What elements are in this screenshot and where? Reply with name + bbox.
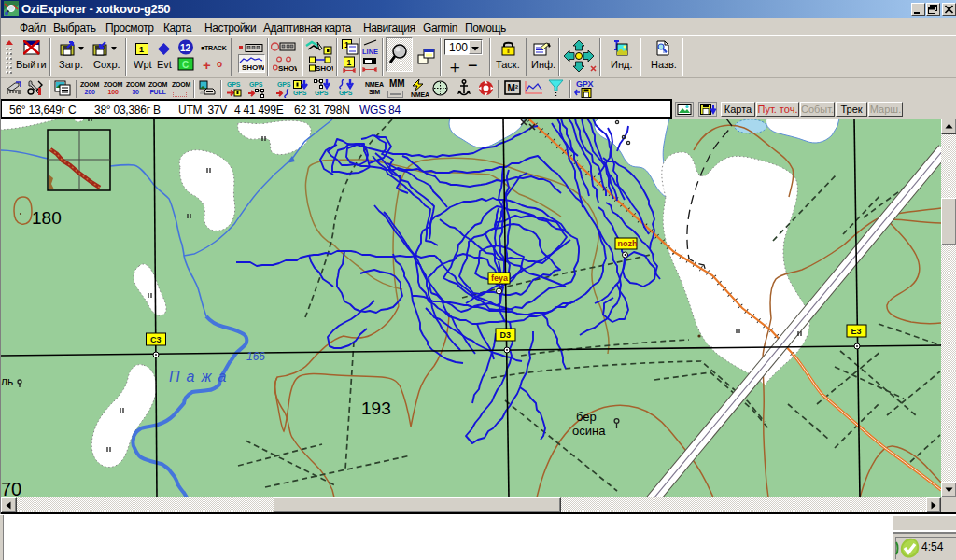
- svg-text:C: C: [182, 60, 189, 70]
- svg-text:166: 166: [246, 350, 265, 363]
- svg-text:M²: M²: [508, 83, 519, 93]
- svg-text:LINE: LINE: [362, 48, 378, 56]
- svg-text:SHOW: SHOW: [278, 64, 297, 73]
- svg-text:nozh: nozh: [618, 239, 638, 248]
- svg-text:осина: осина: [572, 424, 606, 438]
- svg-text:D3: D3: [500, 330, 512, 340]
- svg-text:12: 12: [180, 43, 191, 53]
- svg-text:1: 1: [347, 58, 352, 67]
- svg-text:ль: ль: [1, 375, 13, 388]
- svg-text:SHOW: SHOW: [316, 64, 333, 73]
- svg-text:SHOW: SHOW: [242, 63, 264, 72]
- svg-text:feya: feya: [491, 273, 509, 283]
- svg-text:E3: E3: [851, 327, 862, 336]
- svg-text:C3: C3: [150, 335, 162, 344]
- svg-text:Пажа: Пажа: [169, 369, 232, 385]
- svg-text:бер: бер: [576, 410, 597, 424]
- svg-text:70: 70: [1, 479, 21, 497]
- svg-text:193: 193: [361, 399, 391, 418]
- svg-text:180: 180: [32, 208, 62, 228]
- svg-text:1: 1: [139, 45, 144, 54]
